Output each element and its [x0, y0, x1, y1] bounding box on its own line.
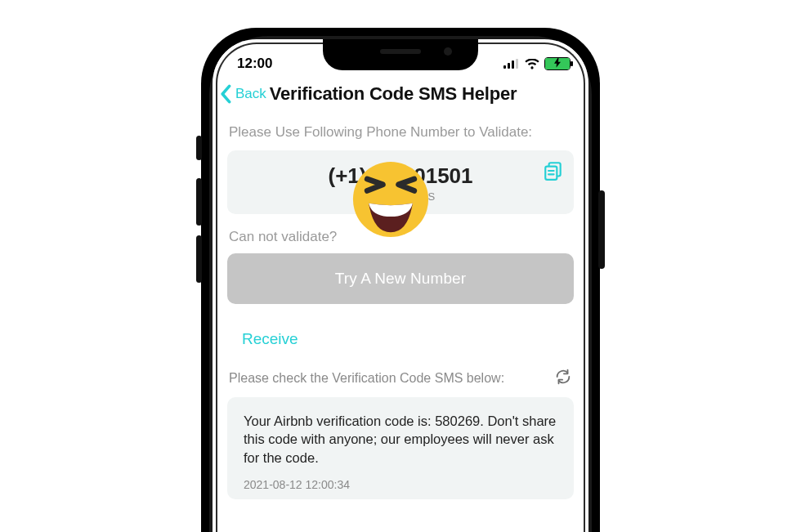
wifi-icon — [525, 59, 539, 69]
use-number-label: Please Use Following Phone Number to Val… — [229, 124, 574, 141]
screen: 12:00 — [213, 39, 588, 532]
laughing-emoji-overlay — [351, 160, 430, 242]
power-button[interactable] — [598, 190, 605, 269]
battery-charging-bolt-icon — [554, 58, 561, 69]
sms-timestamp: 2021-08-12 12:00:34 — [244, 478, 557, 491]
mute-switch[interactable] — [196, 136, 202, 160]
volume-down-button[interactable] — [196, 235, 202, 283]
chevron-left-icon — [219, 84, 234, 104]
tab-receive[interactable]: Receive — [227, 322, 313, 356]
refresh-icon — [554, 368, 572, 386]
svg-rect-2 — [512, 60, 514, 69]
sms-card: Your Airbnb verification code is: 580269… — [227, 397, 574, 499]
nav-bar: Back Verification Code SMS Helper — [213, 80, 588, 111]
battery-icon — [544, 57, 571, 70]
refresh-button[interactable] — [554, 368, 572, 389]
try-new-number-button[interactable]: Try A New Number — [227, 253, 574, 304]
phone-frame: 12:00 — [201, 28, 600, 532]
sms-body: Your Airbnb verification code is: 580269… — [244, 412, 557, 467]
back-label: Back — [235, 86, 266, 102]
svg-rect-0 — [503, 65, 506, 69]
copy-icon — [543, 160, 564, 181]
svg-rect-1 — [508, 63, 510, 69]
page-title: Verification Code SMS Helper — [270, 83, 517, 105]
svg-rect-3 — [516, 59, 518, 69]
notch — [323, 39, 478, 70]
volume-up-button[interactable] — [196, 178, 202, 226]
back-button[interactable]: Back — [219, 84, 266, 104]
check-sms-label: Please check the Verification Code SMS b… — [229, 371, 504, 386]
copy-button[interactable] — [543, 160, 564, 185]
cellular-signal-icon — [503, 59, 520, 69]
status-time: 12:00 — [237, 56, 272, 72]
svg-rect-5 — [545, 167, 557, 180]
